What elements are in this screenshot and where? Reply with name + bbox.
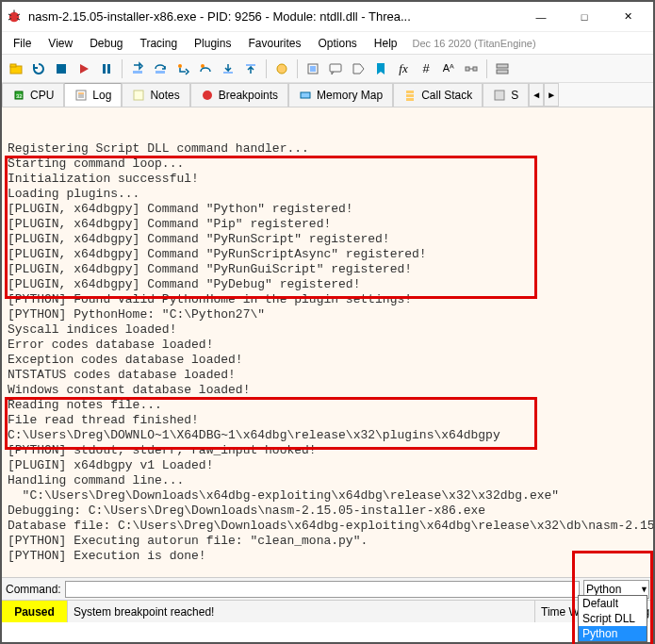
menu-file[interactable]: File xyxy=(6,34,39,53)
log-line: File read thread finished! xyxy=(8,413,647,428)
log-line: [PLUGIN] x64dbgpy v1 Loaded! xyxy=(8,458,647,473)
memory-icon xyxy=(299,89,312,102)
run-to-user-icon[interactable] xyxy=(240,58,261,79)
restart-icon[interactable] xyxy=(28,58,49,79)
close-button[interactable]: ✕ xyxy=(606,3,649,31)
menu-debug[interactable]: Debug xyxy=(82,34,130,53)
menu-options[interactable]: Options xyxy=(310,34,364,53)
command-input[interactable] xyxy=(65,581,580,598)
tab-more-label: S xyxy=(511,89,518,102)
tab-notes[interactable]: Notes xyxy=(122,83,189,107)
svg-point-13 xyxy=(178,64,182,68)
settings-icon[interactable] xyxy=(492,58,513,79)
tab-callstack[interactable]: Call Stack xyxy=(393,83,483,107)
step-over-icon[interactable] xyxy=(150,58,171,79)
log-line: C:\Users\Dreg\DOWNLO~1\X64DBG~1\x64dbg\r… xyxy=(8,428,647,443)
notes-icon xyxy=(132,89,145,102)
step-into-icon[interactable] xyxy=(127,58,148,79)
stop-icon[interactable] xyxy=(51,58,72,79)
svg-point-33 xyxy=(203,91,212,100)
functions-icon[interactable]: fx xyxy=(393,58,414,79)
log-line: Reading notes file... xyxy=(8,398,647,413)
comments-icon[interactable] xyxy=(325,58,346,79)
tabbar: 32 CPU Log Notes Breakpoints Memory Map … xyxy=(2,83,653,107)
status-message: System breakpoint reached! xyxy=(68,601,535,622)
svg-rect-38 xyxy=(495,91,504,100)
tab-log-label: Log xyxy=(92,89,111,102)
log-line: Handling command line... xyxy=(8,473,647,488)
strings-icon[interactable]: Aᴬ xyxy=(438,58,459,79)
tab-callstack-label: Call Stack xyxy=(421,89,472,102)
tab-cpu[interactable]: 32 CPU xyxy=(2,83,64,107)
engine-option-default[interactable]: Default xyxy=(579,596,647,611)
engine-option-scriptdll[interactable]: Script DLL xyxy=(579,611,647,626)
menu-tracing[interactable]: Tracing xyxy=(133,34,186,53)
log-line: [PYTHON] PythonHome: "C:\Python27\" xyxy=(8,307,647,322)
tab-breakpoints-label: Breakpoints xyxy=(219,89,278,102)
tab-breakpoints[interactable]: Breakpoints xyxy=(190,83,288,107)
variables-icon[interactable]: # xyxy=(416,58,436,79)
menu-plugins[interactable]: Plugins xyxy=(187,34,238,53)
log-line: [PLUGIN, x64dbgpy] Command "PyRunGuiScri… xyxy=(8,262,647,277)
tab-cpu-label: CPU xyxy=(30,89,54,102)
chevron-down-icon: ▼ xyxy=(640,585,648,594)
engine-option-python[interactable]: Python xyxy=(579,626,647,641)
tab-memorymap[interactable]: Memory Map xyxy=(288,83,393,107)
calls-icon[interactable] xyxy=(461,58,482,79)
pause-icon[interactable] xyxy=(96,58,117,79)
toolbar: fx # Aᴬ xyxy=(2,55,653,83)
svg-rect-35 xyxy=(406,91,414,93)
seh-icon xyxy=(493,89,506,102)
tab-memorymap-label: Memory Map xyxy=(317,89,383,102)
log-line: [PYTHON] stdout, stderr, raw_input hooke… xyxy=(8,443,647,458)
tab-scroll-right[interactable]: ► xyxy=(544,83,559,107)
statusbar: Paused System breakpoint reached! Time W… xyxy=(2,600,653,622)
breakpoint-icon xyxy=(201,89,214,102)
trace-into-icon[interactable] xyxy=(172,58,193,79)
menubar: File View Debug Tracing Plugins Favourit… xyxy=(2,32,653,55)
svg-text:32: 32 xyxy=(16,93,23,99)
log-line: Debugging: C:\Users\Dreg\Downloads\nasm-… xyxy=(8,504,647,519)
svg-rect-8 xyxy=(57,64,66,74)
command-row: Command: Python ▼ xyxy=(2,577,653,600)
bookmarks-icon[interactable] xyxy=(370,58,391,79)
log-line: [PLUGIN, x64dbgpy] Command "PyRunScript"… xyxy=(8,232,647,247)
svg-rect-24 xyxy=(497,64,508,68)
minimize-button[interactable]: — xyxy=(519,3,563,31)
svg-rect-25 xyxy=(497,70,508,74)
build-date: Dec 16 2020 (TitanEngine) xyxy=(413,38,536,49)
labels-icon[interactable] xyxy=(348,58,368,79)
log-line: [PYTHON] Found valid PythonHome in the p… xyxy=(8,292,647,307)
tab-log[interactable]: Log xyxy=(64,83,122,107)
svg-rect-16 xyxy=(246,64,255,66)
log-icon xyxy=(74,89,88,102)
bug-icon xyxy=(6,8,23,25)
log-line: Error codes database loaded! xyxy=(8,338,647,353)
log-line: "C:\Users\Dreg\Downloads\x64dbg-exploiti… xyxy=(8,488,647,504)
svg-rect-15 xyxy=(223,72,233,74)
scylla-icon[interactable] xyxy=(271,58,292,79)
svg-rect-21 xyxy=(466,67,469,71)
svg-rect-37 xyxy=(406,98,414,101)
maximize-button[interactable]: □ xyxy=(563,3,606,31)
log-pane[interactable]: Registering Script DLL command handler..… xyxy=(2,107,653,577)
tab-scroll-left[interactable]: ◄ xyxy=(529,83,544,107)
log-line: Syscall indices loaded! xyxy=(8,322,647,338)
open-icon[interactable] xyxy=(6,58,26,79)
command-engine-value: Python xyxy=(586,583,621,596)
run-icon[interactable] xyxy=(74,58,94,79)
menu-help[interactable]: Help xyxy=(367,34,405,53)
svg-point-17 xyxy=(277,64,287,74)
tab-more[interactable]: S xyxy=(483,83,529,107)
log-line: [PLUGIN, x64dbgpy] Command "PyDebug" reg… xyxy=(8,277,647,292)
menu-favourites[interactable]: Favourites xyxy=(240,34,308,53)
log-line: [PLUGIN, x64dbgpy] Command "Pip" registe… xyxy=(8,217,647,232)
run-to-return-icon[interactable] xyxy=(218,58,238,79)
patches-icon[interactable] xyxy=(303,58,323,79)
trace-over-icon[interactable] xyxy=(195,58,216,79)
menu-view[interactable]: View xyxy=(41,34,80,53)
log-line: Initialization successful! xyxy=(8,172,647,187)
log-line: Database file: C:\Users\Dreg\Downloads\x… xyxy=(8,519,647,534)
log-line: Loading plugins... xyxy=(8,187,647,202)
svg-rect-7 xyxy=(10,64,16,67)
